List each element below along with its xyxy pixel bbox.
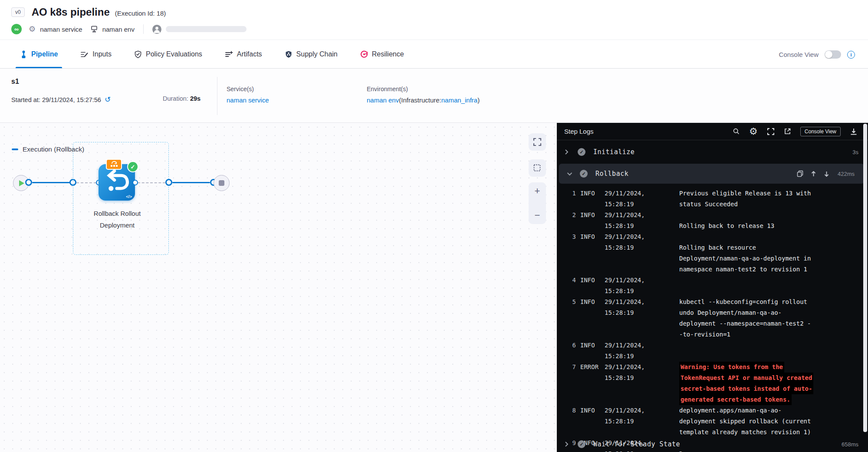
redacted-user-email [166, 26, 247, 32]
scroll-up-icon[interactable] [811, 171, 816, 177]
services-block: Service(s) naman service [227, 86, 269, 104]
log-entry: 5INFO29/11/2024, 15:28:19kubectl --kubec… [557, 297, 861, 340]
log-entry: 7ERROR29/11/2024, 15:28:19Warning: Use t… [557, 362, 861, 405]
user-avatar [152, 25, 161, 34]
port [165, 179, 172, 186]
log-entries[interactable]: 1INFO29/11/2024, 15:28:19Previous eligib… [557, 188, 861, 452]
tab-label: Policy Evaluations [146, 50, 202, 58]
tab-bar: Pipeline Inputs Policy Evaluations Artif… [0, 40, 868, 69]
tab-policy-evaluations[interactable]: Policy Evaluations [132, 40, 205, 68]
artifacts-icon [225, 50, 233, 59]
resilience-icon [360, 50, 368, 58]
step-success-icon: ✓ [580, 170, 588, 178]
step-logs-panel: Step Logs ⚙ Console View ✓ Initialize 3s… [557, 123, 868, 452]
marquee-select-button[interactable] [529, 159, 546, 177]
edge-dashed [76, 182, 96, 183]
open-in-new-icon[interactable] [784, 128, 791, 135]
log-entry: 6INFO29/11/2024, 15:28:19 [557, 340, 861, 362]
cd-module-icon: ∞ [11, 24, 22, 34]
tab-pipeline[interactable]: Pipeline [17, 40, 60, 68]
header-service-name[interactable]: naman service [40, 26, 82, 33]
toggle-knob [825, 51, 832, 58]
log-entry: 8INFO29/11/2024, 15:28:19deployment.apps… [557, 405, 861, 438]
step-logs-title: Step Logs [564, 128, 594, 135]
zoom-in-button[interactable]: + [535, 187, 540, 195]
edge-line [172, 182, 210, 183]
header-title-row: v0 AO k8s pipeline (Execution Id: 18) [11, 4, 166, 20]
tab-supply-chain[interactable]: Supply Chain [282, 40, 340, 68]
tab-artifacts[interactable]: Artifacts [222, 40, 265, 68]
execution-id: (Execution Id: 18) [115, 10, 166, 17]
copy-logs-icon[interactable] [797, 170, 803, 177]
step-duration: 422ms [838, 171, 855, 177]
environments-label: Environment(s) [367, 86, 480, 92]
environments-block: Environment(s) naman env(Infrastructure:… [367, 86, 480, 104]
services-label: Service(s) [227, 86, 269, 92]
edge-dashed [138, 182, 165, 183]
log-step-initialize[interactable]: ✓ Initialize 3s [557, 143, 868, 161]
pipeline-icon [20, 50, 27, 59]
tab-label: Inputs [92, 50, 112, 58]
scroll-down-icon[interactable] [824, 171, 829, 177]
end-node [214, 175, 230, 191]
header-env-name[interactable]: naman env [102, 26, 135, 33]
tab-resilience[interactable]: Resilience [358, 40, 407, 68]
console-view-label: Console View [779, 51, 819, 58]
zoom-out-button[interactable]: − [535, 211, 540, 220]
chevron-right-icon[interactable] [565, 149, 571, 155]
execution-group-label: Execution (Rollback) [0, 145, 96, 153]
stage-name: s1 [11, 78, 19, 86]
console-view-button[interactable]: Console View [800, 127, 841, 136]
inputs-icon [80, 50, 89, 59]
divider [143, 24, 144, 34]
collapse-icon[interactable] [12, 148, 18, 150]
log-entry: 3INFO29/11/2024, 15:28:19 Rolling back r… [557, 231, 861, 275]
log-scrollbar-thumb[interactable] [863, 124, 867, 432]
step-logs-header: Step Logs ⚙ Console View [557, 123, 868, 140]
environment-link[interactable]: naman env(Infrastructure:naman_infra) [367, 96, 480, 104]
step-name: Rollback [595, 170, 628, 178]
log-step-rollback[interactable]: ✓ Rollback 422ms [559, 164, 864, 184]
step-duration: 3s [852, 149, 858, 155]
started-at: Started at: 29/11/2024, 15:27:56 ↺ [11, 95, 111, 104]
step-name: Initialize [593, 148, 635, 156]
fit-view-button[interactable] [529, 133, 546, 151]
step-node-label: Rollback Rollout Deployment [61, 208, 174, 231]
rollout-badge-icon [106, 159, 122, 170]
log-step-wait-for-steady-state[interactable]: ✓ Wait for Steady State 658ms [557, 436, 868, 452]
page-title: AO k8s pipeline [32, 6, 110, 18]
policy-shield-icon [134, 50, 142, 59]
search-icon[interactable] [733, 128, 740, 135]
play-icon [19, 180, 24, 186]
supply-chain-shield-icon [285, 50, 293, 59]
chevron-right-icon[interactable] [565, 441, 571, 447]
tab-label: Pipeline [31, 50, 58, 58]
gear-icon: ⚙ [29, 24, 36, 34]
execution-history-icon[interactable]: ↺ [105, 95, 111, 104]
pipeline-canvas[interactable]: Execution (Rollback) </> ✓ Rollback Roll… [0, 123, 557, 452]
console-view-toggle[interactable] [825, 50, 841, 59]
port [25, 179, 32, 186]
port [132, 180, 138, 185]
step-success-icon: ✓ [578, 148, 585, 156]
settings-gear-icon[interactable]: ⚙ [749, 126, 758, 137]
tab-label: Supply Chain [296, 50, 338, 58]
success-check-badge: ✓ [127, 161, 138, 172]
stop-icon [219, 180, 224, 186]
service-link[interactable]: naman service [227, 96, 269, 104]
code-glyph: </> [126, 194, 132, 199]
step-name: Wait for Steady State [593, 440, 680, 448]
step-duration: 658ms [842, 441, 858, 448]
tab-label: Artifacts [237, 50, 262, 58]
environment-icon [90, 25, 98, 33]
app-header: v0 AO k8s pipeline (Execution Id: 18) ∞ … [0, 0, 868, 40]
log-entry: 2INFO29/11/2024, 15:28:19 Rolling back t… [557, 210, 861, 231]
chevron-down-icon[interactable] [567, 172, 573, 176]
download-icon[interactable] [850, 128, 858, 135]
edge-line [32, 182, 70, 183]
fullscreen-icon[interactable] [767, 128, 775, 135]
stage-summary-bar: s1 Started at: 29/11/2024, 15:27:56 ↺ Du… [0, 69, 868, 123]
info-icon[interactable]: i [847, 51, 855, 59]
divider [217, 77, 217, 115]
tab-inputs[interactable]: Inputs [78, 40, 114, 68]
